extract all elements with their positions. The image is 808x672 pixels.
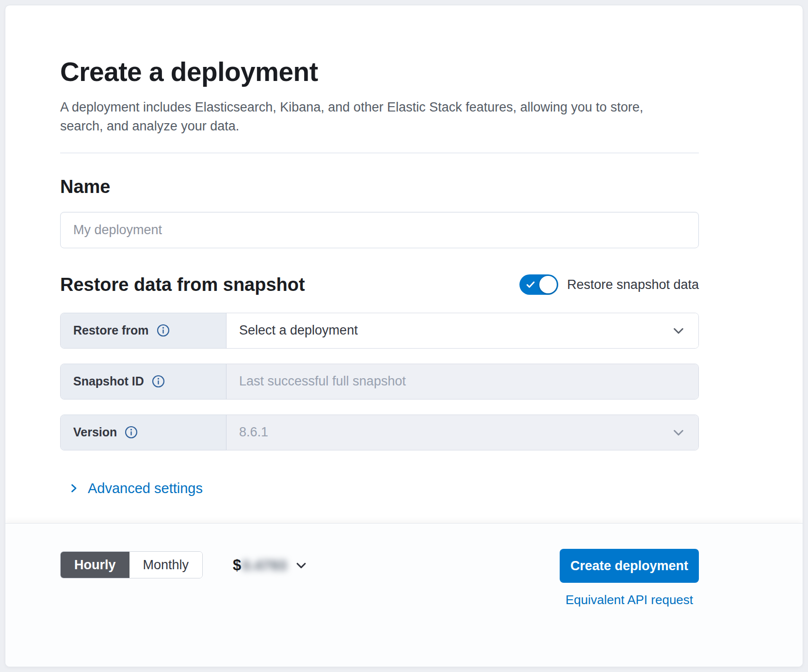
restore-snapshot-toggle-group: Restore snapshot data <box>519 274 699 295</box>
price-amount-blurred: 0.4793 <box>242 557 287 574</box>
billing-hourly-button[interactable]: Hourly <box>61 552 129 578</box>
info-icon[interactable] <box>152 375 165 388</box>
price-dropdown[interactable]: $ 0.4793 <box>233 557 308 574</box>
toggle-label: Restore snapshot data <box>567 277 699 292</box>
billing-interval-group: Hourly Monthly <box>60 551 203 578</box>
deployment-name-input[interactable] <box>60 212 699 248</box>
chevron-down-icon <box>671 425 686 440</box>
toggle-knob <box>539 276 557 293</box>
advanced-settings-link[interactable]: Advanced settings <box>68 480 203 496</box>
snapshot-section-header: Restore data from snapshot Restore snaps… <box>60 274 699 295</box>
name-section-heading: Name <box>60 176 699 197</box>
divider <box>60 153 699 153</box>
info-icon[interactable] <box>125 426 138 439</box>
restore-from-select[interactable]: Select a deployment <box>226 313 698 348</box>
billing-monthly-button[interactable]: Monthly <box>129 552 203 578</box>
bottom-bar: Hourly Monthly $ 0.4793 Create deploymen… <box>5 523 803 667</box>
equivalent-api-request-link[interactable]: Equivalent API request <box>566 592 693 608</box>
version-label: Version <box>73 425 117 439</box>
snapshot-id-input: Last successful full snapshot <box>226 364 698 399</box>
price-currency: $ <box>233 557 241 574</box>
snapshot-id-row: Snapshot ID Last successful full snapsho… <box>60 364 699 400</box>
version-value: 8.6.1 <box>239 425 268 440</box>
info-icon[interactable] <box>157 324 170 337</box>
restore-from-label-cell: Restore from <box>61 313 226 348</box>
chevron-down-icon <box>671 323 686 338</box>
billing-area: Hourly Monthly $ 0.4793 <box>60 549 308 578</box>
chevron-right-icon <box>68 483 79 494</box>
advanced-settings-label: Advanced settings <box>88 480 203 496</box>
snapshot-section-heading: Restore data from snapshot <box>60 274 305 295</box>
version-row: Version 8.6.1 <box>60 415 699 450</box>
snapshot-form-rows: Restore from Select a deployment Snapsho… <box>60 313 699 450</box>
snapshot-id-placeholder: Last successful full snapshot <box>239 374 406 389</box>
restore-from-row: Restore from Select a deployment <box>60 313 699 349</box>
check-icon <box>526 280 535 289</box>
main-content: Create a deployment A deployment include… <box>5 5 803 496</box>
create-deployment-button[interactable]: Create deployment <box>560 549 699 583</box>
chevron-down-icon <box>294 559 308 572</box>
version-label-cell: Version <box>61 415 226 450</box>
page-subtitle: A deployment includes Elasticsearch, Kib… <box>60 98 681 136</box>
restore-from-label: Restore from <box>73 323 149 337</box>
snapshot-id-label: Snapshot ID <box>73 374 144 388</box>
actions-area: Create deployment Equivalent API request <box>560 549 699 608</box>
create-deployment-panel: Create a deployment A deployment include… <box>5 5 803 667</box>
snapshot-id-label-cell: Snapshot ID <box>61 364 226 399</box>
restore-snapshot-toggle[interactable] <box>519 274 558 295</box>
restore-from-value: Select a deployment <box>239 323 358 338</box>
version-select: 8.6.1 <box>226 415 698 450</box>
page-title: Create a deployment <box>60 57 699 87</box>
